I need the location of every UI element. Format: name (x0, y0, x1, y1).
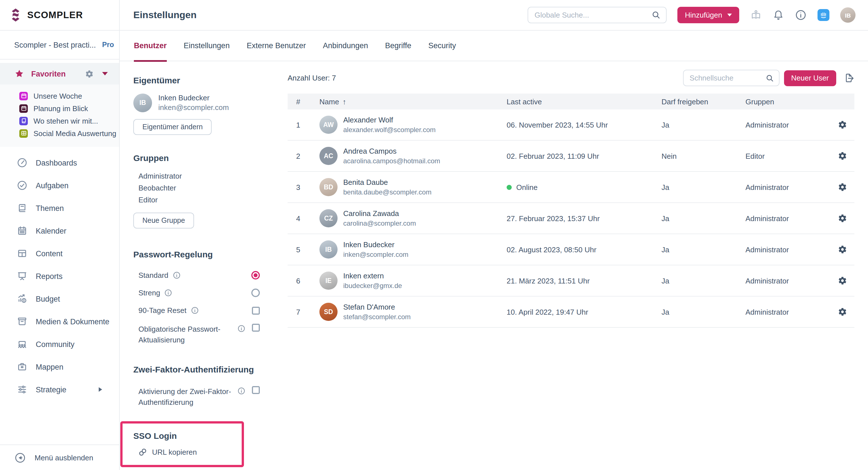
column-header-darf-freigeben[interactable]: Darf freigeben (661, 97, 745, 106)
calendar-icon (19, 92, 28, 100)
row-settings-button[interactable] (837, 306, 848, 317)
global-search (528, 7, 666, 23)
favorite-item-unsere-woche[interactable]: Unsere Woche (0, 90, 119, 102)
avatar: IE (319, 272, 338, 290)
sidebar-item-label: Budget (36, 295, 60, 303)
favorites-list: Unsere Woche Planung im Blick Wo stehen … (0, 85, 119, 147)
sidebar-item-themen[interactable]: Themen (0, 197, 119, 220)
user-number: 1 (288, 121, 314, 129)
sidebar-item-community[interactable]: Community (0, 333, 119, 356)
twofactor-options: Aktivierung der Zwei-Faktor-Authentifizi… (138, 386, 260, 408)
sidebar-item-label: Strategie (36, 385, 66, 394)
add-button[interactable]: Hinzufügen (677, 7, 739, 23)
avatar-initials: CZ (324, 215, 333, 222)
info-icon[interactable] (165, 289, 172, 297)
logo-row[interactable]: SCOMPLER (0, 0, 119, 31)
copy-sso-url-link[interactable]: URL kopieren (138, 448, 236, 457)
sidebar-item-label: Medien & Dokumente (36, 317, 110, 326)
favorite-item-wo-stehen-wir[interactable]: Wo stehen wir mit... (0, 114, 119, 127)
sidebar-item-budget[interactable]: Budget (0, 288, 119, 310)
workspace-name: Scompler - Best practi... (14, 40, 96, 49)
quick-search (683, 70, 779, 86)
last-active: 06. November 2023, 14:55 Uhr (507, 121, 661, 129)
favorites-header[interactable]: Favoriten (0, 63, 119, 85)
favorite-item-label: Social Media Auswertung (33, 129, 116, 137)
chevron-down-icon[interactable] (102, 72, 108, 75)
streng-radio[interactable] (251, 289, 260, 297)
global-search-input[interactable] (534, 11, 652, 19)
sidebar-item-aufgaben[interactable]: Aufgaben (0, 174, 119, 197)
row-settings-button[interactable] (837, 244, 848, 255)
notifications-bell-button[interactable] (773, 9, 784, 21)
sidebar-item-kalender[interactable]: Kalender (0, 220, 119, 242)
main-area: Einstellungen Hinzufügen (120, 0, 868, 470)
sidebar-item-dashboards[interactable]: Dashboards (0, 152, 119, 174)
group-item-administrator[interactable]: Administrator (133, 170, 274, 182)
info-icon[interactable] (238, 325, 245, 332)
row-settings-button[interactable] (837, 275, 848, 286)
avatar-initials: SD (324, 308, 333, 315)
tab-externe-benutzer[interactable]: Externe Benutzer (247, 30, 306, 61)
sidebar-item-label: Dashboards (36, 159, 77, 167)
table-header: # Name ↑ Last active Darf freigeben Grup… (288, 94, 855, 109)
password-option-streng: Streng (138, 289, 260, 297)
workspace-switcher[interactable]: Scompler - Best practi... Pro (0, 31, 119, 60)
tab-anbindungen[interactable]: Anbindungen (323, 30, 368, 61)
new-user-button[interactable]: Neuer User (784, 70, 836, 86)
tab-security[interactable]: Security (428, 30, 456, 61)
avatar: SD (319, 303, 338, 321)
row-settings-button[interactable] (837, 119, 848, 130)
calendar-icon (19, 104, 28, 112)
page-title: Einstellungen (133, 9, 196, 21)
info-button[interactable] (795, 9, 807, 21)
twofactor-checkbox[interactable] (252, 386, 260, 394)
tab-benutzer[interactable]: Benutzer (134, 30, 167, 61)
favorite-item-planung-im-blick[interactable]: Planung im Blick (0, 102, 119, 114)
column-header-gruppen[interactable]: Gruppen (745, 97, 831, 106)
search-icon (652, 11, 660, 19)
sidebar-item-content[interactable]: Content (0, 242, 119, 265)
info-icon[interactable] (238, 387, 245, 395)
new-group-button[interactable]: Neue Gruppe (133, 212, 194, 229)
tab-einstellungen[interactable]: Einstellungen (184, 30, 230, 61)
info-icon[interactable] (191, 307, 198, 314)
group-cell: Administrator (745, 214, 831, 223)
column-header-num[interactable]: # (288, 97, 314, 106)
owner-name: Inken Budecker (158, 93, 229, 103)
sidebar-item-strategie[interactable]: Strategie (0, 378, 119, 401)
row-settings-button[interactable] (837, 181, 848, 193)
quick-search-input[interactable] (689, 74, 766, 82)
favorites-gear-icon[interactable] (85, 69, 94, 78)
grid-icon (19, 129, 28, 137)
avatar: IB (319, 240, 338, 259)
obligatory-checkbox[interactable] (252, 324, 260, 332)
change-owner-button[interactable]: Eigentümer ändern (133, 119, 212, 135)
user-avatar[interactable]: IB (840, 7, 856, 23)
column-header-name[interactable]: Name ↑ (314, 97, 507, 106)
column-header-last-active[interactable]: Last active (507, 97, 661, 106)
group-item-beobachter[interactable]: Beobachter (133, 182, 274, 194)
sidebar-item-reports[interactable]: Reports (0, 265, 119, 288)
row-settings-button[interactable] (837, 150, 848, 162)
reset90-checkbox[interactable] (252, 306, 260, 314)
row-settings-button[interactable] (837, 212, 848, 224)
sidebar-item-mappen[interactable]: Mappen (0, 356, 119, 378)
favorite-item-social-media[interactable]: Social Media Auswertung (0, 127, 119, 139)
user-avatar-initials: IB (845, 12, 851, 19)
collapse-menu-button[interactable]: Menü ausblenden (0, 444, 119, 470)
approve-cell: Ja (661, 245, 745, 254)
sidebar-item-medien-dokumente[interactable]: Medien & Dokumente (0, 310, 119, 333)
info-icon[interactable] (173, 272, 180, 279)
favorite-item-label: Planung im Blick (33, 104, 88, 112)
group-item-editor[interactable]: Editor (133, 194, 274, 206)
standard-radio[interactable] (251, 271, 260, 279)
intercom-chat-button[interactable] (817, 9, 830, 21)
avatar: AC (319, 147, 338, 165)
sliders-icon (17, 384, 27, 395)
table-row: 7 SD Stefan D'Amore stefan@scompler.com … (288, 297, 855, 328)
export-users-button[interactable] (844, 73, 855, 83)
academy-button[interactable] (750, 9, 762, 21)
tab-begriffe[interactable]: Begriffe (385, 30, 411, 61)
groups-section-title: Gruppen (133, 153, 274, 163)
table-row: 6 IE Inken extern ibudecker@gmx.de 21. M… (288, 265, 855, 297)
